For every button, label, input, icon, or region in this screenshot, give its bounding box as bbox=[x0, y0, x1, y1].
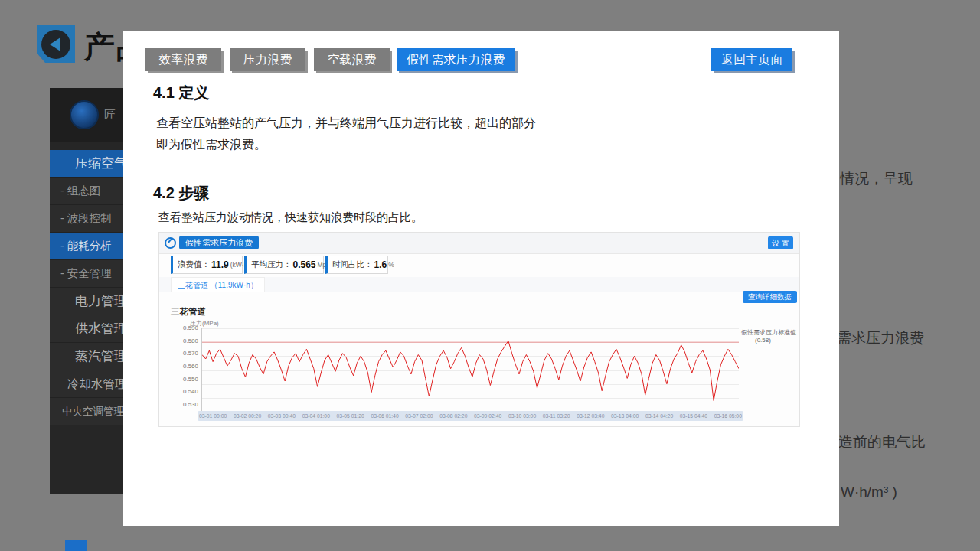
tab-efficiency-waste[interactable]: 效率浪费 bbox=[145, 48, 221, 71]
threshold-annotation: 假性需求压力标准值 (0.58) bbox=[741, 329, 802, 344]
pipeline-tab-sanhua[interactable]: 三花管道 （11.9kW·h） bbox=[171, 277, 265, 292]
steps-text-line: 查看整站压力波动情况，快速获知浪费时段的占比。 bbox=[158, 210, 423, 225]
background-text-fragment: 情况，呈现 bbox=[840, 169, 913, 189]
x-tick: 03-09 02:40 bbox=[474, 413, 501, 419]
background-text-fragment: W·h/m³ ) bbox=[841, 484, 897, 500]
y-tick: 0.590 bbox=[183, 324, 198, 331]
sidebar-gap bbox=[50, 142, 123, 150]
app-logo-text: 匠 bbox=[104, 108, 116, 122]
section-4-1-heading: 4.1 定义 bbox=[153, 83, 209, 103]
x-tick: 03-11 03:20 bbox=[543, 413, 570, 419]
y-tick: 0.570 bbox=[183, 350, 198, 357]
sidebar-item-steam-management[interactable]: 蒸汽管理 bbox=[50, 343, 123, 370]
content-panel: 效率浪费 压力浪费 空载浪费 假性需求压力浪费 返回主页面 4.1 定义 查看空… bbox=[123, 31, 839, 526]
x-tick: 03-14 04:20 bbox=[645, 413, 673, 419]
x-tick: 03-04 01:00 bbox=[302, 413, 330, 419]
stat-average-pressure: 平均压力： 0.565 Mpa bbox=[244, 256, 324, 274]
sidebar-item-safety-management[interactable]: - 安全管理 bbox=[50, 260, 123, 288]
sidebar-item-energy-analysis[interactable]: - 能耗分析 bbox=[50, 233, 123, 260]
sidebar-item-cooling-water[interactable]: 冷却水管理 bbox=[50, 370, 123, 398]
y-tick: 0.580 bbox=[183, 337, 198, 344]
sidebar-item-config-diagram[interactable]: - 组态图 bbox=[50, 178, 123, 205]
screenshot-header: 假性需求压力浪费 设 置 bbox=[159, 233, 799, 254]
sidebar-item-power-management[interactable]: 电力管理 bbox=[50, 288, 123, 315]
tab-pressure-waste[interactable]: 压力浪费 bbox=[230, 48, 305, 71]
stat-waste-value: 浪费值： 11.9 (kW·h) bbox=[171, 256, 243, 274]
sidebar: 匠 压缩空气 - 组态图 - 波段控制 - 能耗分析 - 安全管理 电力管理 供… bbox=[50, 88, 123, 494]
chart-svg bbox=[202, 328, 739, 412]
pressure-line-chart bbox=[201, 328, 739, 412]
chart-title: 三花管道 bbox=[171, 306, 206, 318]
settings-button[interactable]: 设 置 bbox=[768, 236, 793, 249]
definition-text-line: 查看空压站整站的产气压力，并与终端用气压力进行比较，超出的部分 bbox=[156, 116, 536, 132]
tab-artificial-demand-pressure-waste[interactable]: 假性需求压力浪费 bbox=[397, 48, 515, 71]
pipeline-tab-row: 三花管道 （11.9kW·h） bbox=[159, 277, 799, 292]
sidebar-item-water-supply[interactable]: 供水管理 bbox=[50, 315, 123, 343]
x-tick: 03-16 05:00 bbox=[714, 413, 742, 419]
y-tick: 0.560 bbox=[183, 363, 198, 370]
background-text-fragment: 需求压力浪费 bbox=[837, 328, 924, 348]
sidebar-filler bbox=[50, 425, 123, 494]
partial-bottom-element bbox=[65, 540, 87, 551]
x-tick: 03-05 01:20 bbox=[337, 413, 364, 419]
x-tick: 03-03 00:40 bbox=[268, 413, 296, 419]
x-tick: 03-15 04:40 bbox=[680, 413, 707, 419]
x-tick: 03-13 04:00 bbox=[611, 413, 639, 419]
x-tick: 03-08 02:20 bbox=[439, 413, 467, 419]
gauge-icon bbox=[165, 237, 176, 249]
return-home-button[interactable]: 返回主页面 bbox=[711, 48, 792, 71]
tab-no-load-waste[interactable]: 空载浪费 bbox=[314, 48, 390, 71]
y-tick: 0.530 bbox=[183, 401, 198, 408]
background-text-fragment: 造前的电气比 bbox=[838, 432, 926, 452]
x-tick: 03-02 00:20 bbox=[234, 413, 261, 419]
back-icon[interactable] bbox=[37, 25, 75, 63]
back-arrow-icon bbox=[50, 37, 60, 51]
definition-text-line: 即为假性需求浪费。 bbox=[156, 137, 266, 153]
sidebar-item-band-control[interactable]: - 波段控制 bbox=[50, 205, 123, 233]
y-tick: 0.550 bbox=[183, 376, 198, 383]
x-tick: 03-06 01:40 bbox=[371, 413, 398, 419]
x-tick: 03-12 03:40 bbox=[577, 413, 604, 419]
sidebar-header: 匠 bbox=[50, 88, 123, 142]
chart-datazoom-slider[interactable]: 03-01 00:0003-02 00:2003-03 00:4003-04 0… bbox=[198, 411, 743, 421]
app-logo-icon bbox=[70, 100, 99, 129]
pressure-series-line bbox=[202, 341, 739, 400]
stat-time-ratio: 时间占比： 1.6 % bbox=[325, 256, 388, 274]
x-tick: 03-10 03:00 bbox=[508, 413, 536, 419]
embedded-screenshot: 假性需求压力浪费 设 置 浪费值： 11.9 (kW·h) 平均压力： 0.56… bbox=[158, 232, 800, 427]
sidebar-item-central-ac[interactable]: 中央空调管理 bbox=[50, 398, 123, 425]
x-tick: 03-07 02:00 bbox=[405, 413, 433, 419]
screen: 产品 匠 压缩空气 - 组态图 - 波段控制 - 能耗分析 - 安全管理 电力管… bbox=[0, 0, 980, 551]
section-4-2-heading: 4.2 步骤 bbox=[153, 183, 209, 204]
back-icon-circle bbox=[41, 30, 70, 59]
chart-y-axis-ticks: 0.5900.5800.5700.5600.5500.5400.530 bbox=[173, 324, 198, 408]
y-tick: 0.540 bbox=[183, 388, 198, 395]
x-tick: 03-01 00:00 bbox=[199, 413, 227, 419]
screenshot-title-badge: 假性需求压力浪费 bbox=[179, 236, 259, 249]
query-detail-data-button[interactable]: 查询详细数据 bbox=[743, 291, 797, 303]
sidebar-item-compressed-air[interactable]: 压缩空气 bbox=[50, 150, 123, 178]
